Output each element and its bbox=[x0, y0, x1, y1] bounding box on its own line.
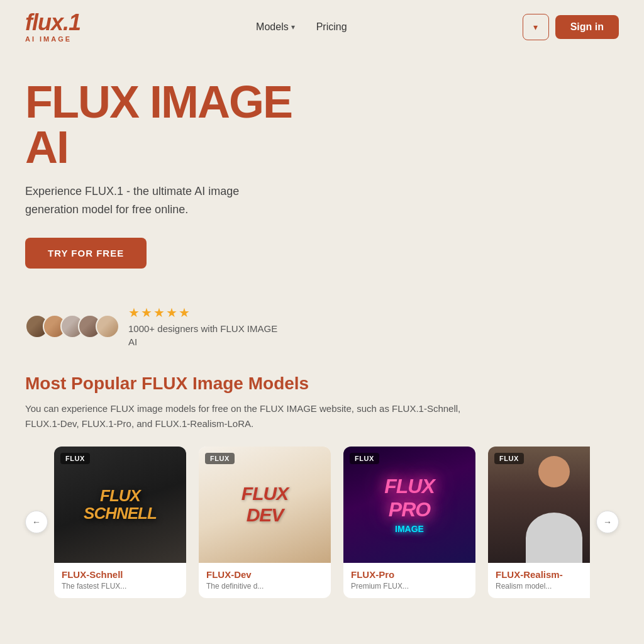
card-info: FLUX-Schnell The fastest FLUX... bbox=[54, 563, 186, 598]
star-icon: ★ bbox=[166, 305, 177, 320]
avatar bbox=[96, 314, 119, 338]
card-image-text: FLUXDEV bbox=[242, 483, 288, 526]
star-rating: ★ ★ ★ ★ ★ bbox=[128, 305, 277, 320]
model-card[interactable]: FLUXDEV FLUX FLUX-Dev The definitive d..… bbox=[199, 447, 331, 598]
card-image: FLUX bbox=[488, 447, 590, 563]
models-section-title: Most Popular FLUX Image Models bbox=[25, 374, 619, 394]
avatar-group bbox=[25, 314, 119, 338]
models-label: Models bbox=[256, 21, 289, 33]
language-button[interactable]: ▾ bbox=[523, 14, 549, 40]
card-info: FLUX-Realism- Realism model... bbox=[488, 563, 590, 598]
models-section-desc: You can experience FLUX image models for… bbox=[25, 401, 465, 431]
nav-pricing-button[interactable]: Pricing bbox=[309, 16, 355, 38]
logo-text: flux.1 bbox=[25, 11, 80, 34]
proof-group: ★ ★ ★ ★ ★ 1000+ designers with FLUX IMAG… bbox=[128, 305, 277, 348]
card-desc: The definitive d... bbox=[206, 582, 323, 591]
card-info: FLUX-Dev The definitive d... bbox=[199, 563, 331, 598]
card-image-text: FLUXSCHNELL bbox=[84, 487, 157, 523]
hero-title: FLUX IMAGE AI bbox=[25, 79, 302, 170]
navbar: flux.1 AI IMAGE Models ▾ Pricing ▾ Sign … bbox=[0, 0, 644, 54]
chevron-down-icon: ▾ bbox=[291, 23, 295, 31]
card-info: FLUX-Pro Premium FLUX... bbox=[343, 563, 475, 598]
social-proof: ★ ★ ★ ★ ★ 1000+ designers with FLUX IMAG… bbox=[0, 305, 644, 348]
card-desc: The fastest FLUX... bbox=[62, 582, 179, 591]
hero-section: FLUX IMAGE AI Experience FLUX.1 - the ul… bbox=[0, 54, 327, 287]
models-section: Most Popular FLUX Image Models You can e… bbox=[0, 348, 644, 598]
card-image-text: FLUXPRO bbox=[384, 475, 435, 521]
chevron-right-icon: → bbox=[603, 517, 612, 527]
card-badge: FLUX bbox=[205, 453, 235, 464]
card-name: FLUX-Pro bbox=[351, 569, 468, 580]
logo-tagline: AI IMAGE bbox=[25, 35, 72, 43]
card-desc: Realism model... bbox=[496, 582, 590, 591]
logo[interactable]: flux.1 AI IMAGE bbox=[25, 11, 80, 43]
card-name: FLUX-Realism- bbox=[496, 569, 590, 580]
star-icon: ★ bbox=[141, 305, 152, 320]
carousel-next-button[interactable]: → bbox=[596, 511, 619, 533]
star-icon: ★ bbox=[153, 305, 165, 320]
model-card[interactable]: FLUX FLUX-Realism- Realism model... bbox=[488, 447, 590, 598]
card-badge: FLUX bbox=[494, 453, 524, 464]
carousel-prev-button[interactable]: ← bbox=[25, 511, 48, 533]
model-card[interactable]: FLUXSCHNELL FLUX FLUX-Schnell The fastes… bbox=[54, 447, 186, 598]
card-badge: FLUX bbox=[350, 453, 379, 464]
cards-carousel: ← FLUXSCHNELL FLUX FLUX-Schnell The fast… bbox=[25, 447, 619, 598]
card-badge: FLUX bbox=[60, 453, 90, 464]
cards-scroll: FLUXSCHNELL FLUX FLUX-Schnell The fastes… bbox=[54, 447, 590, 598]
hero-subtitle: Experience FLUX.1 - the ultimate AI imag… bbox=[25, 182, 277, 219]
signin-button[interactable]: Sign in bbox=[555, 15, 619, 39]
card-name: FLUX-Dev bbox=[206, 569, 323, 580]
card-image: FLUXSCHNELL FLUX bbox=[54, 447, 186, 563]
chevron-down-icon: ▾ bbox=[533, 22, 538, 32]
nav-right: ▾ Sign in bbox=[523, 14, 619, 40]
card-image: FLUXDEV FLUX bbox=[199, 447, 331, 563]
try-free-button[interactable]: TRY FOR FREE bbox=[25, 238, 147, 269]
nav-links: Models ▾ Pricing bbox=[248, 16, 354, 38]
nav-models-button[interactable]: Models ▾ bbox=[248, 16, 303, 38]
card-name: FLUX-Schnell bbox=[62, 569, 179, 580]
pricing-label: Pricing bbox=[316, 21, 347, 32]
card-image: FLUXPRO IMAGE FLUX bbox=[343, 447, 475, 563]
chevron-left-icon: ← bbox=[32, 517, 41, 527]
model-card[interactable]: FLUXPRO IMAGE FLUX FLUX-Pro Premium FLUX… bbox=[343, 447, 475, 598]
proof-text: 1000+ designers with FLUX IMAGE AI bbox=[128, 322, 277, 348]
star-icon: ★ bbox=[128, 305, 140, 320]
star-icon: ★ bbox=[179, 305, 190, 320]
card-desc: Premium FLUX... bbox=[351, 582, 468, 591]
